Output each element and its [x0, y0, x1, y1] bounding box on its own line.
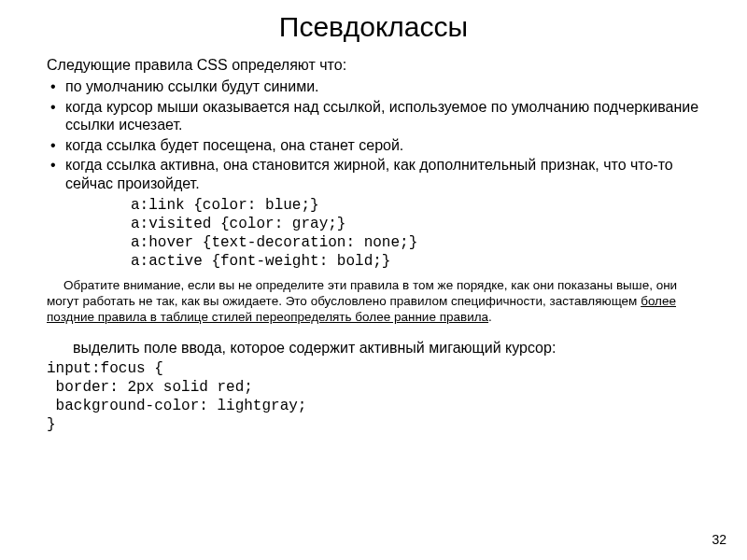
code-line: }: [47, 416, 56, 433]
slide-title: Псевдоклассы: [47, 11, 700, 43]
list-item: когда ссылка будет посещена, она станет …: [47, 136, 700, 155]
intro-text: Следующие правила CSS определяют что:: [47, 56, 700, 75]
note-end: .: [488, 310, 492, 324]
note-text: Обратите внимание, если вы не определите…: [47, 278, 700, 326]
code-block-pseudoclasses: a:link {color: blue;} a:visited {color: …: [47, 196, 700, 271]
note-plain: Обратите внимание, если вы не определите…: [47, 278, 677, 308]
code-line: a:link {color: blue;}: [131, 197, 319, 214]
list-item: по умолчанию ссылки будут синими.: [47, 77, 700, 96]
list-item: когда ссылка активна, она становится жир…: [47, 156, 700, 192]
list-item: когда курсор мыши оказывается над ссылко…: [47, 98, 700, 134]
page-number: 32: [712, 532, 726, 547]
code-line: border: 2px solid red;: [47, 379, 253, 396]
focus-intro: выделить поле ввода, которое содержит ак…: [47, 339, 700, 357]
code-line: a:hover {text-decoration: none;}: [131, 234, 417, 251]
code-line: a:visited {color: gray;}: [131, 216, 345, 232]
code-line: input:focus {: [47, 360, 163, 377]
code-line: a:active {font-weight: bold;}: [131, 253, 390, 270]
code-block-focus: input:focus { border: 2px solid red; bac…: [47, 359, 700, 434]
bullet-list: по умолчанию ссылки будут синими. когда …: [47, 77, 700, 192]
code-line: background-color: lightgray;: [47, 398, 306, 414]
